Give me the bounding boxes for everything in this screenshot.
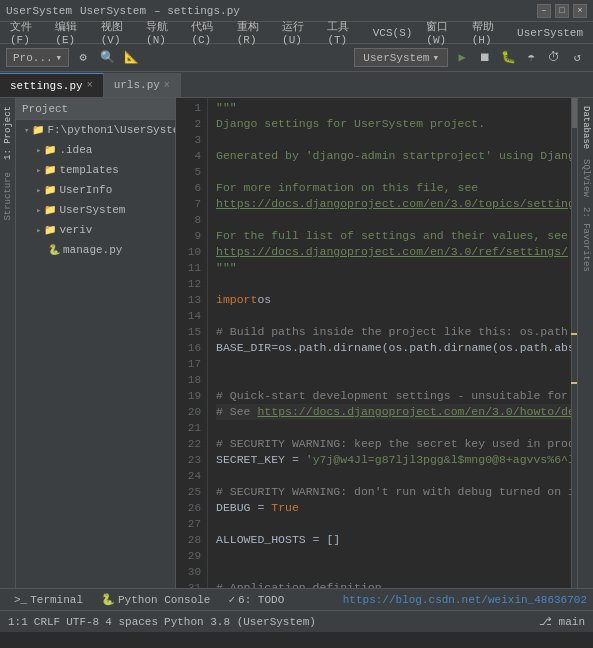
settings-icon[interactable]: ⚙ [73, 48, 93, 68]
bottom-tabs: >_ Terminal 🐍 Python Console ✓ 6: TODO h… [0, 588, 593, 610]
structure-panel-label[interactable]: Structure [1, 168, 15, 225]
run-button[interactable]: ▶ [452, 48, 472, 68]
project-panel-label[interactable]: 1: Project [1, 102, 15, 164]
bottom-tab-terminal[interactable]: >_ Terminal [6, 592, 91, 608]
menu-run[interactable]: 运行(U) [276, 17, 319, 48]
code-line-19: # Quick-start development settings - uns… [216, 388, 571, 404]
maximize-button[interactable]: □ [555, 4, 569, 18]
tab-settings-py-label: settings.py [10, 80, 83, 92]
tree-item-managepy[interactable]: 🐍 manage.py [16, 240, 175, 260]
tree-item-templates[interactable]: ▸ 📁 templates [16, 160, 175, 180]
menu-file[interactable]: 文件(F) [4, 17, 47, 48]
project-label: Pro... [13, 52, 53, 64]
code-line-9: For the full list of settings and their … [216, 228, 571, 244]
folder-icon-root: 📁 [32, 124, 44, 136]
menu-view[interactable]: 视图(V) [95, 17, 138, 48]
code-line-1: """ [216, 100, 571, 116]
project-selector[interactable]: Pro... ▾ [6, 48, 69, 67]
code-line-14 [216, 308, 571, 324]
tab-urls-py-close[interactable]: × [164, 80, 170, 91]
tree-templates-label: templates [59, 164, 118, 176]
tree-root-folder[interactable]: ▾ 📁 F:\python1\UserSystem [16, 120, 175, 140]
run-controls: ▶ ⏹ 🐛 ☂ ⏱ ↺ [452, 48, 587, 68]
folder-icon-userinfo: 📁 [44, 184, 56, 196]
favorites-panel-label[interactable]: 2: Favorites [579, 203, 593, 276]
tab-urls-py[interactable]: urls.py × [104, 73, 181, 97]
menu-vcs[interactable]: VCS(S) [367, 25, 419, 41]
code-line-12 [216, 276, 571, 292]
code-line-23: SECRET_KEY = 'y7j@w4Jl=g87ljl3pgg&l$mng0… [216, 452, 571, 468]
python-version: Python 3.8 (UserSystem) [164, 616, 316, 628]
code-line-2: Django settings for UserSystem project. [216, 116, 571, 132]
code-line-20: # See https://docs.djangoproject.com/en/… [216, 404, 571, 420]
refresh-button[interactable]: ↺ [567, 48, 587, 68]
sqleditor-panel-label[interactable]: SQlView [579, 155, 593, 201]
menu-help[interactable]: 帮助(H) [466, 17, 509, 48]
encoding: UTF-8 [66, 616, 99, 628]
tree-item-userinfo[interactable]: ▸ 📁 UserInfo [16, 180, 175, 200]
menu-window[interactable]: 窗口(W) [420, 17, 463, 48]
project-tree: Project ▾ 📁 F:\python1\UserSystem ▸ 📁 .i… [16, 98, 176, 588]
menu-tools[interactable]: 工具(T) [321, 17, 364, 48]
python-console-label: Python Console [118, 594, 210, 606]
todo-icon: ✓ [228, 593, 235, 606]
code-line-8 [216, 212, 571, 228]
scroll-indicator[interactable] [571, 98, 577, 588]
main-layout: 1: Project Structure Project ▾ 📁 F:\pyth… [0, 98, 593, 588]
run-config-dropdown[interactable]: UserSystem ▾ [354, 48, 448, 67]
code-line-11: """ [216, 260, 571, 276]
run-config-label: UserSystem [363, 52, 429, 64]
code-line-6: For more information on this file, see [216, 180, 571, 196]
code-line-16: BASE_DIR = os.path.dirname(os.path.dirna… [216, 340, 571, 356]
code-area: 12345 678910 1112131415 1617181920 21222… [176, 98, 577, 588]
structure-icon[interactable]: 📐 [121, 48, 141, 68]
warning-mark-2 [571, 382, 577, 384]
tab-settings-py[interactable]: settings.py × [0, 73, 104, 97]
menu-usersystem[interactable]: UserSystem [511, 25, 589, 41]
indent-info: 4 spaces [105, 616, 158, 628]
close-button[interactable]: × [573, 4, 587, 18]
code-line-27 [216, 516, 571, 532]
code-line-25: # SECURITY WARNING: don't run with debug… [216, 484, 571, 500]
tab-settings-py-close[interactable]: × [87, 80, 93, 91]
tree-arrow-usersystem: ▸ [36, 205, 41, 216]
code-line-10: https://docs.djangoproject.com/en/3.0/re… [216, 244, 571, 260]
tree-item-idea[interactable]: ▸ 📁 .idea [16, 140, 175, 160]
menu-edit[interactable]: 编辑(E) [49, 17, 92, 48]
warning-mark-1 [571, 333, 577, 335]
tab-bar: settings.py × urls.py × [0, 72, 593, 98]
bottom-tab-todo[interactable]: ✓ 6: TODO [220, 591, 292, 608]
debug-button[interactable]: 🐛 [498, 48, 518, 68]
app-title: UserSystem [80, 5, 146, 17]
run-config-arrow: ▾ [432, 51, 439, 64]
folder-icon-idea: 📁 [44, 144, 56, 156]
profile-button[interactable]: ⏱ [544, 48, 564, 68]
title-bar-controls: – □ × [537, 4, 587, 18]
tree-managepy-label: manage.py [63, 244, 122, 256]
database-panel-label[interactable]: Database [579, 102, 593, 153]
search-icon[interactable]: 🔍 [97, 48, 117, 68]
tree-idea-label: .idea [59, 144, 92, 156]
status-left: 1:1 CRLF UTF-8 4 spaces Python 3.8 (User… [8, 616, 316, 628]
code-line-3 [216, 132, 571, 148]
stop-button[interactable]: ⏹ [475, 48, 495, 68]
project-arrow: ▾ [56, 51, 63, 64]
cursor-position: 1:1 [8, 616, 28, 628]
menu-code[interactable]: 代码(C) [185, 17, 228, 48]
code-line-22: # SECURITY WARNING: keep the secret key … [216, 436, 571, 452]
tree-item-veriv[interactable]: ▸ 📁 veriv [16, 220, 175, 240]
folder-icon-templates: 📁 [44, 164, 56, 176]
tree-item-usersystem[interactable]: ▸ 📁 UserSystem [16, 200, 175, 220]
coverage-button[interactable]: ☂ [521, 48, 541, 68]
tab-urls-py-label: urls.py [114, 79, 160, 91]
menu-refactor[interactable]: 重构(R) [231, 17, 274, 48]
code-editor[interactable]: 12345 678910 1112131415 1617181920 21222… [176, 98, 577, 588]
tree-arrow-templates: ▸ [36, 165, 41, 176]
status-bar: 1:1 CRLF UTF-8 4 spaces Python 3.8 (User… [0, 610, 593, 632]
app-name: UserSystem [6, 5, 72, 17]
tree-veriv-label: veriv [59, 224, 92, 236]
menu-navigate[interactable]: 导航(N) [140, 17, 183, 48]
code-content[interactable]: """ Django settings for UserSystem proje… [208, 98, 571, 588]
bottom-tab-python-console[interactable]: 🐍 Python Console [93, 591, 218, 608]
minimize-button[interactable]: – [537, 4, 551, 18]
